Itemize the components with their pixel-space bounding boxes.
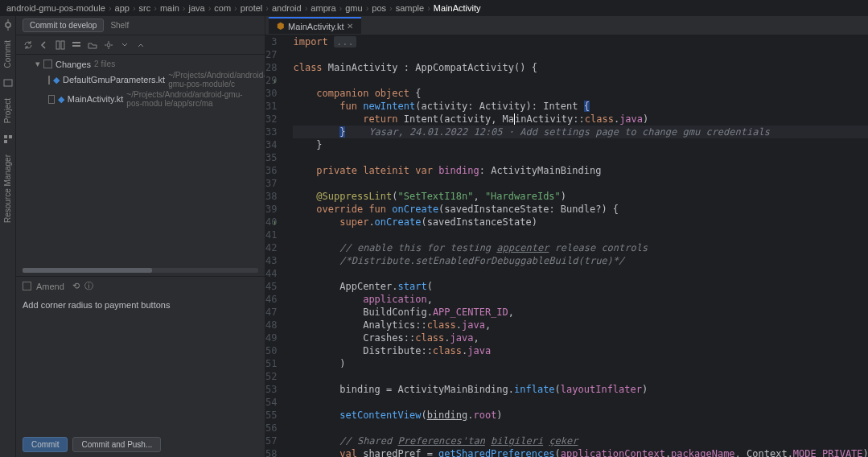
tool-window-rail: Commit Project Resource Manager: [0, 16, 16, 457]
code-content[interactable]: import ... class MainActivity : AppCompa…: [286, 35, 868, 457]
svg-rect-4: [4, 135, 7, 138]
refresh-icon[interactable]: [23, 39, 34, 51]
breadcrumb-item[interactable]: app: [115, 3, 130, 13]
breadcrumb-item[interactable]: sample: [396, 3, 424, 13]
svg-rect-5: [9, 135, 12, 138]
commit-message-input[interactable]: Add corner radius to payment buttons: [16, 295, 265, 432]
file-name: MainActivity.kt: [68, 94, 123, 104]
commit-panel: Commit to develop Shelf ▾ Changes 2 file…: [16, 16, 265, 457]
commit-button[interactable]: Commit: [23, 437, 68, 452]
checkbox[interactable]: [48, 95, 55, 104]
file-path: ~/Projects/Android/android-gmu-pos-modu …: [126, 90, 258, 108]
breadcrumb-item[interactable]: com: [214, 3, 231, 13]
checkbox[interactable]: [43, 60, 52, 68]
breadcrumb-item[interactable]: android: [272, 3, 302, 13]
changelist-icon[interactable]: [71, 39, 82, 51]
branch-selector[interactable]: Commit to develop: [23, 19, 104, 32]
svg-point-0: [6, 23, 10, 27]
code-editor[interactable]: 32728 ⬇2930313233343536373839 ⬇404142434…: [265, 35, 868, 457]
kotlin-file-icon: ◆: [53, 75, 60, 85]
breadcrumb-item[interactable]: gmu: [345, 3, 362, 13]
view-options-icon[interactable]: [103, 39, 114, 51]
breadcrumb-item[interactable]: android-gmu-pos-module: [6, 3, 105, 13]
file-row[interactable]: ◆MainActivity.kt ~/Projects/Android/andr…: [16, 89, 265, 109]
file-name: DefaultGmuParameters.kt: [63, 75, 165, 84]
breadcrumb-item[interactable]: protel: [241, 3, 263, 13]
svg-rect-3: [4, 80, 12, 86]
changes-node[interactable]: ▾ Changes 2 files: [16, 58, 265, 70]
editor-tab[interactable]: ⬢ MainActivity.kt ✕: [269, 17, 361, 34]
commit-tool-icon[interactable]: [2, 19, 14, 31]
history-icon[interactable]: ⟲: [72, 281, 80, 291]
amend-checkbox[interactable]: [23, 282, 31, 290]
gutter: 32728 ⬇2930313233343536373839 ⬇404142434…: [265, 35, 286, 457]
breadcrumb-item[interactable]: main: [160, 3, 179, 13]
project-tool-icon[interactable]: [2, 77, 14, 89]
horizontal-scrollbar[interactable]: [23, 268, 258, 273]
svg-rect-7: [56, 41, 60, 49]
svg-rect-8: [61, 41, 64, 49]
svg-rect-10: [72, 45, 80, 47]
breadcrumb-item[interactable]: MainActivity: [434, 3, 481, 13]
breadcrumb-item[interactable]: java: [188, 3, 204, 13]
commit-push-button[interactable]: Commit and Push...: [72, 437, 161, 452]
changes-tree: ▾ Changes 2 files ◆DefaultGmuParameters.…: [16, 55, 265, 265]
kotlin-file-icon: ◆: [58, 94, 64, 105]
diff-icon[interactable]: [55, 39, 66, 51]
breadcrumb-item[interactable]: pos: [372, 3, 386, 13]
svg-rect-9: [72, 42, 80, 43]
checkbox[interactable]: [48, 76, 50, 84]
breadcrumb-item[interactable]: src: [139, 3, 151, 13]
collapse-icon[interactable]: [135, 39, 146, 51]
close-icon[interactable]: ✕: [347, 22, 353, 31]
commit-toolbar: [16, 35, 265, 55]
expand-icon[interactable]: [119, 39, 130, 51]
rail-resource[interactable]: Resource Manager: [2, 151, 14, 226]
settings-icon[interactable]: ⓘ: [84, 280, 93, 292]
rollback-icon[interactable]: [39, 39, 50, 51]
editor: ⬢ MainActivity.kt ✕ 32728 ⬇2930313233343…: [265, 16, 868, 457]
chevron-down-icon: ▾: [35, 59, 40, 69]
shelf-tab[interactable]: Shelf: [110, 21, 129, 30]
svg-rect-6: [4, 140, 7, 143]
file-path: ~/Projects/Android/android-gmu-pos-modul…: [168, 71, 265, 89]
svg-point-11: [107, 43, 110, 47]
file-row[interactable]: ◆DefaultGmuParameters.kt ~/Projects/Andr…: [16, 70, 265, 89]
kotlin-file-icon: ⬢: [277, 21, 285, 31]
amend-label: Amend: [36, 282, 64, 291]
breadcrumb-item[interactable]: ampra: [311, 3, 335, 13]
tab-label: MainActivity.kt: [288, 22, 343, 31]
rail-project[interactable]: Project: [2, 95, 14, 126]
breadcrumb: android-gmu-pos-module›app›src›main›java…: [0, 0, 868, 16]
rail-commit[interactable]: Commit: [2, 37, 14, 71]
resource-tool-icon[interactable]: [2, 134, 14, 145]
group-icon[interactable]: [87, 39, 98, 51]
